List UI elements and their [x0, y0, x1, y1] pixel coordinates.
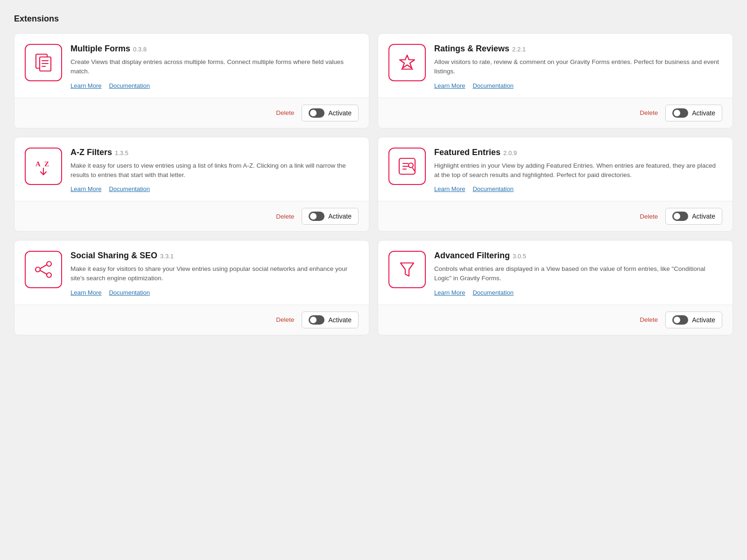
svg-line-15	[413, 168, 415, 171]
delete-button-social-sharing[interactable]: Delete	[276, 316, 294, 323]
extensions-grid: Multiple Forms 0.3.8 Create Views that d…	[14, 33, 733, 335]
card-title-row-social-sharing: Social Sharing & SEO 3.3.1	[70, 251, 359, 261]
activate-button-multiple-forms[interactable]: Activate	[302, 105, 359, 121]
card-title-row-advanced-filtering: Advanced Filtering 3.0.5	[434, 251, 722, 261]
card-info-az-filters: A-Z Filters 1.3.5 Make it easy for users…	[70, 148, 359, 193]
toggle-advanced-filtering	[672, 315, 688, 325]
multiple-forms-icon	[25, 44, 62, 81]
activate-label-advanced-filtering: Activate	[692, 316, 715, 324]
featured-entries-icon	[388, 148, 426, 185]
svg-marker-5	[400, 55, 415, 68]
documentation-link-multiple-forms[interactable]: Documentation	[109, 82, 149, 89]
card-bottom-social-sharing: Delete Activate	[14, 305, 369, 335]
toggle-social-sharing	[309, 315, 324, 325]
extension-desc-advanced-filtering: Controls what entries are displayed in a…	[434, 264, 722, 284]
extension-card-advanced-filtering: Advanced Filtering 3.0.5 Controls what e…	[378, 240, 733, 335]
activate-button-advanced-filtering[interactable]: Activate	[665, 312, 722, 328]
card-top-social-sharing: Social Sharing & SEO 3.3.1 Make it easy …	[14, 241, 369, 305]
svg-point-18	[47, 273, 51, 277]
activate-label-ratings-reviews: Activate	[692, 109, 715, 117]
extension-card-multiple-forms: Multiple Forms 0.3.8 Create Views that d…	[14, 33, 369, 128]
toggle-az-filters	[309, 212, 324, 221]
svg-text:A: A	[35, 160, 41, 168]
delete-button-ratings-reviews[interactable]: Delete	[640, 109, 658, 116]
svg-line-20	[40, 270, 47, 274]
card-links-multiple-forms: Learn More Documentation	[70, 82, 359, 89]
toggle-ratings-reviews	[672, 108, 688, 118]
extension-name-featured-entries: Featured Entries	[434, 148, 500, 157]
activate-button-social-sharing[interactable]: Activate	[302, 312, 359, 328]
activate-button-ratings-reviews[interactable]: Activate	[665, 105, 722, 121]
extension-name-advanced-filtering: Advanced Filtering	[434, 251, 510, 261]
activate-label-featured-entries: Activate	[692, 213, 715, 220]
card-links-advanced-filtering: Learn More Documentation	[434, 289, 722, 296]
extension-name-multiple-forms: Multiple Forms	[70, 44, 130, 54]
card-bottom-featured-entries: Delete Activate	[378, 201, 733, 231]
card-title-row-az-filters: A-Z Filters 1.3.5	[70, 148, 359, 157]
extension-version-az-filters: 1.3.5	[115, 149, 128, 156]
activate-label-az-filters: Activate	[328, 213, 352, 220]
card-title-row-featured-entries: Featured Entries 2.0.9	[434, 148, 722, 157]
social-sharing-icon	[25, 251, 62, 288]
extension-desc-az-filters: Make it easy for users to view entries u…	[70, 161, 359, 180]
documentation-link-ratings-reviews[interactable]: Documentation	[472, 82, 513, 89]
svg-point-16	[47, 262, 51, 266]
delete-button-featured-entries[interactable]: Delete	[640, 213, 658, 220]
svg-marker-21	[401, 263, 414, 276]
activate-label-multiple-forms: Activate	[328, 109, 352, 117]
extension-version-advanced-filtering: 3.0.5	[513, 253, 526, 260]
svg-line-19	[40, 265, 47, 269]
card-top-ratings-reviews: Ratings & Reviews 2.2.1 Allow visitors t…	[378, 34, 733, 98]
learn-more-link-ratings-reviews[interactable]: Learn More	[434, 82, 465, 89]
card-title-row-ratings-reviews: Ratings & Reviews 2.2.1	[434, 44, 722, 54]
learn-more-link-advanced-filtering[interactable]: Learn More	[434, 289, 465, 296]
documentation-link-advanced-filtering[interactable]: Documentation	[472, 289, 513, 296]
documentation-link-social-sharing[interactable]: Documentation	[109, 289, 149, 296]
learn-more-link-az-filters[interactable]: Learn More	[70, 185, 101, 192]
card-info-ratings-reviews: Ratings & Reviews 2.2.1 Allow visitors t…	[434, 44, 722, 89]
learn-more-link-multiple-forms[interactable]: Learn More	[70, 82, 101, 89]
card-info-social-sharing: Social Sharing & SEO 3.3.1 Make it easy …	[70, 251, 359, 296]
card-top-advanced-filtering: Advanced Filtering 3.0.5 Controls what e…	[378, 241, 733, 305]
extension-name-az-filters: A-Z Filters	[70, 148, 112, 157]
card-links-az-filters: Learn More Documentation	[70, 185, 359, 192]
learn-more-link-featured-entries[interactable]: Learn More	[434, 185, 465, 192]
card-info-featured-entries: Featured Entries 2.0.9 Highlight entries…	[434, 148, 722, 193]
extension-card-az-filters: A Z A-Z Filters 1.3.5 Make it easy for u…	[14, 137, 369, 232]
documentation-link-az-filters[interactable]: Documentation	[109, 185, 149, 192]
card-info-multiple-forms: Multiple Forms 0.3.8 Create Views that d…	[70, 44, 359, 89]
activate-label-social-sharing: Activate	[328, 316, 352, 324]
card-bottom-ratings-reviews: Delete Activate	[378, 98, 733, 128]
ratings-reviews-icon	[388, 44, 426, 81]
card-links-social-sharing: Learn More Documentation	[70, 289, 359, 296]
card-top-multiple-forms: Multiple Forms 0.3.8 Create Views that d…	[14, 34, 369, 98]
card-links-ratings-reviews: Learn More Documentation	[434, 82, 722, 89]
extension-version-featured-entries: 2.0.9	[503, 149, 517, 156]
card-top-az-filters: A Z A-Z Filters 1.3.5 Make it easy for u…	[14, 137, 369, 201]
documentation-link-featured-entries[interactable]: Documentation	[472, 185, 513, 192]
activate-button-featured-entries[interactable]: Activate	[665, 208, 722, 225]
card-bottom-az-filters: Delete Activate	[14, 201, 369, 231]
card-info-advanced-filtering: Advanced Filtering 3.0.5 Controls what e…	[434, 251, 722, 296]
card-top-featured-entries: Featured Entries 2.0.9 Highlight entries…	[378, 137, 733, 201]
extension-desc-social-sharing: Make it easy for visitors to share your …	[70, 264, 359, 284]
card-links-featured-entries: Learn More Documentation	[434, 185, 722, 192]
extension-version-multiple-forms: 0.3.8	[133, 46, 147, 53]
card-title-row-multiple-forms: Multiple Forms 0.3.8	[70, 44, 359, 54]
extension-desc-featured-entries: Highlight entries in your View by adding…	[434, 161, 722, 180]
delete-button-az-filters[interactable]: Delete	[276, 213, 294, 220]
extension-card-social-sharing: Social Sharing & SEO 3.3.1 Make it easy …	[14, 240, 369, 335]
svg-point-17	[35, 267, 40, 272]
extension-card-featured-entries: Featured Entries 2.0.9 Highlight entries…	[378, 137, 733, 232]
extension-desc-ratings-reviews: Allow visitors to rate, review & comment…	[434, 57, 722, 77]
delete-button-advanced-filtering[interactable]: Delete	[640, 316, 658, 323]
page-title: Extensions	[14, 14, 733, 24]
svg-point-14	[409, 163, 413, 168]
extension-version-ratings-reviews: 2.2.1	[512, 46, 526, 53]
az-filters-icon: A Z	[25, 148, 62, 185]
activate-button-az-filters[interactable]: Activate	[302, 208, 359, 225]
learn-more-link-social-sharing[interactable]: Learn More	[70, 289, 101, 296]
extension-name-social-sharing: Social Sharing & SEO	[70, 251, 157, 261]
delete-button-multiple-forms[interactable]: Delete	[276, 109, 294, 116]
extension-desc-multiple-forms: Create Views that display entries across…	[70, 57, 359, 77]
